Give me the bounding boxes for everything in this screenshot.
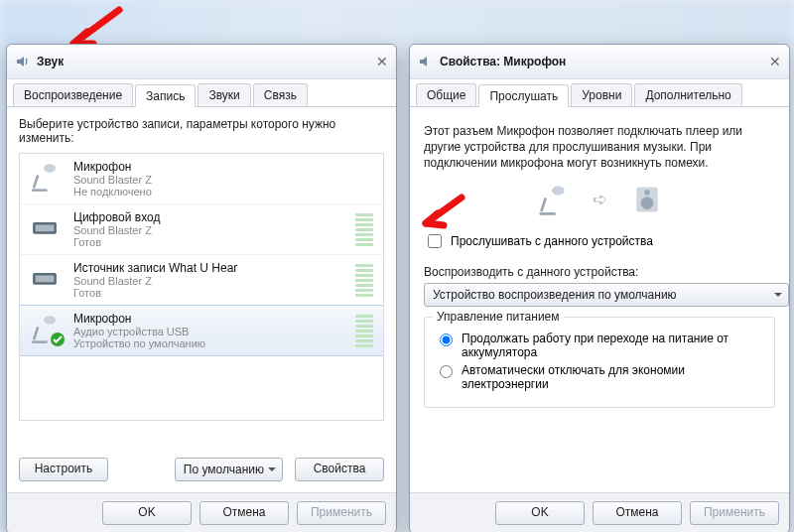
playback-device-dropdown[interactable]: Устройство воспроизведения по умолчанию (424, 283, 789, 307)
listen-checkbox[interactable] (428, 234, 442, 248)
device-item[interactable]: Микрофон Sound Blaster Z Не подключено (20, 154, 383, 204)
device-flow-illustration: ➪ (424, 182, 775, 217)
svg-rect-5 (36, 275, 55, 282)
sound-dialog: Звук ✕ Воспроизведение Запись Звуки Связ… (6, 44, 397, 532)
listen-checkbox-row: Прослушивать с данного устройства (424, 231, 775, 251)
device-list[interactable]: Микрофон Sound Blaster Z Не подключено Ц… (19, 153, 384, 421)
sound-tabs: Воспроизведение Запись Звуки Связь (7, 79, 396, 107)
power-radio-disable[interactable] (440, 365, 453, 378)
power-radio-continue[interactable] (440, 333, 453, 346)
device-driver: Sound Blaster Z (73, 174, 375, 186)
cancel-button[interactable]: Отмена (593, 501, 682, 525)
svg-point-6 (44, 316, 56, 325)
power-group: Управление питанием Продолжать работу пр… (424, 317, 775, 408)
microphone-icon (535, 182, 571, 217)
svg-rect-7 (33, 327, 40, 340)
device-item[interactable]: Источник записи What U Hear Sound Blaste… (20, 255, 383, 306)
device-status: Устройство по умолчанию (73, 337, 375, 349)
sound-dialog-footer: OK Отмена Применить (7, 492, 396, 532)
level-meter (355, 314, 373, 347)
device-status: Готов (73, 236, 375, 248)
listen-description: Этот разъем Микрофон позволяет подключат… (424, 123, 775, 172)
properties-dialog: Свойства: Микрофон ✕ Общие Прослушать Ур… (409, 44, 790, 532)
properties-title: Свойства: Микрофон (440, 55, 566, 68)
device-name: Цифровой вход (73, 210, 375, 224)
properties-tabs: Общие Прослушать Уровни Дополнительно (410, 79, 789, 107)
tab-listen[interactable]: Прослушать (478, 84, 569, 107)
power-group-title: Управление питанием (433, 310, 564, 324)
power-radio-continue-label: Продолжать работу при переходе на питани… (462, 332, 764, 359)
playback-through-label: Воспроизводить с данного устройства: (424, 265, 775, 279)
level-meter (355, 212, 373, 246)
speaker-device-icon (629, 182, 665, 217)
ok-button[interactable]: OK (495, 501, 585, 525)
power-radio-disable-label: Автоматически отключать для экономии эле… (462, 363, 764, 391)
apply-button[interactable]: Применить (297, 501, 386, 525)
arrow-right-icon: ➪ (593, 189, 607, 210)
ok-button[interactable]: OK (102, 501, 192, 525)
svg-point-9 (552, 186, 565, 195)
sound-dialog-title: Звук (37, 55, 64, 68)
line-in-icon (28, 261, 67, 297)
level-meter (355, 263, 373, 297)
properties-footer: OK Отмена Применить (410, 492, 789, 532)
tab-playback[interactable]: Воспроизведение (13, 83, 133, 106)
recording-hint: Выберите устройство записи, параметры ко… (19, 117, 384, 145)
default-check-icon (50, 332, 66, 347)
svg-point-12 (640, 197, 653, 209)
speaker-icon (15, 54, 31, 69)
device-button-row: Настроить По умолчанию Свойства (7, 450, 396, 489)
svg-point-0 (44, 164, 56, 173)
tab-levels[interactable]: Уровни (571, 83, 632, 106)
device-name: Источник записи What U Hear (73, 261, 375, 275)
svg-point-13 (644, 190, 649, 195)
device-status: Готов (73, 287, 375, 299)
tab-comm[interactable]: Связь (253, 83, 308, 106)
svg-rect-10 (540, 198, 547, 212)
configure-button[interactable]: Настроить (19, 458, 108, 481)
tab-record[interactable]: Запись (135, 84, 196, 107)
svg-rect-1 (33, 175, 40, 189)
svg-rect-3 (36, 224, 55, 231)
apply-button[interactable]: Применить (690, 501, 779, 525)
tab-general[interactable]: Общие (416, 83, 476, 106)
device-name: Микрофон (73, 312, 375, 326)
cancel-button[interactable]: Отмена (199, 501, 289, 525)
device-driver: Sound Blaster Z (73, 275, 375, 287)
device-name: Микрофон (73, 160, 375, 174)
properties-titlebar[interactable]: Свойства: Микрофон ✕ (410, 45, 789, 79)
line-in-icon (28, 210, 67, 246)
close-icon[interactable]: ✕ (376, 54, 388, 69)
sound-dialog-titlebar[interactable]: Звук ✕ (7, 45, 396, 79)
close-icon[interactable]: ✕ (769, 54, 781, 69)
tab-sounds[interactable]: Звуки (198, 83, 250, 106)
device-driver: Sound Blaster Z (73, 224, 375, 236)
tab-advanced[interactable]: Дополнительно (634, 83, 741, 106)
listen-checkbox-label: Прослушивать с данного устройства (451, 234, 653, 248)
device-item-selected[interactable]: Микрофон Аудио устройства USB Устройство… (19, 305, 384, 356)
microphone-icon (28, 160, 67, 196)
properties-button[interactable]: Свойства (295, 458, 384, 481)
speaker-icon (418, 54, 434, 69)
device-item[interactable]: Цифровой вход Sound Blaster Z Готов (20, 204, 383, 255)
device-driver: Аудио устройства USB (73, 326, 375, 337)
microphone-icon (28, 312, 67, 347)
device-status: Не подключено (73, 186, 375, 198)
set-default-dropdown[interactable]: По умолчанию (175, 458, 283, 481)
